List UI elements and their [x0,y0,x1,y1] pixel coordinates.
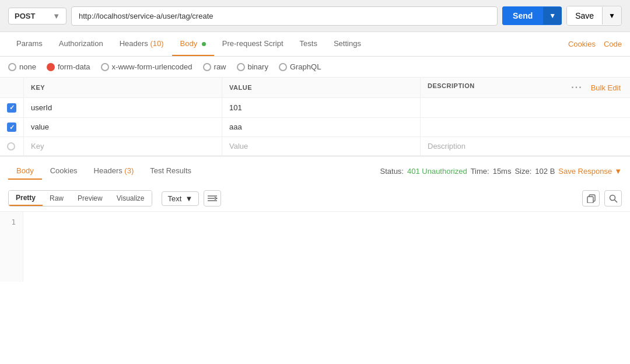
response-body: 1 [0,212,630,282]
row2-checkbox[interactable] [7,123,16,132]
radio-none-label: none [19,62,36,71]
placeholder-value[interactable]: Value [222,137,421,156]
col-description: DESCRIPTION ··· Bulk Edit [421,78,631,98]
params-table-container: KEY VALUE DESCRIPTION ··· Bulk Edit user… [0,78,630,156]
format-pretty[interactable]: Pretty [9,191,43,206]
send-button[interactable]: Send [502,6,543,25]
format-tabs: Pretty Raw Preview Visualize [8,190,152,206]
radio-graphql-circle [279,63,287,71]
svg-line-6 [614,200,617,202]
radio-form-data-circle [47,63,55,71]
save-response-label: Save Response [558,167,612,176]
code-link[interactable]: Code [604,40,622,48]
tab-settings[interactable]: Settings [326,32,369,56]
send-dropdown-arrow[interactable]: ▼ [543,7,562,24]
line-1: 1 [7,218,16,226]
radio-binary-label: binary [248,62,268,71]
response-header: Body Cookies Headers (3) Test Results St… [0,156,630,186]
cookies-link[interactable]: Cookies [568,40,596,48]
format-raw[interactable]: Raw [43,191,71,206]
response-tabs: Body Cookies Headers (3) Test Results [8,163,200,180]
row1-value[interactable]: 101 [222,98,421,118]
text-select-chevron: ▼ [185,194,192,203]
radio-urlencoded[interactable]: x-www-form-urlencoded [101,62,192,71]
row1-checkbox-cell[interactable] [0,98,24,118]
row1-checkbox[interactable] [7,103,16,113]
radio-raw-label: raw [214,62,226,71]
save-dropdown-arrow[interactable]: ▼ [602,7,621,24]
col-key: KEY [24,78,222,98]
row1-key[interactable]: userId [24,98,222,118]
radio-graphql-label: GraphQL [290,62,321,71]
bulk-edit-button[interactable]: Bulk Edit [589,83,623,92]
row2-key[interactable]: value [24,117,222,137]
row2-description[interactable] [421,117,631,137]
body-dot [202,42,206,46]
placeholder-checkbox-cell [0,137,24,156]
search-icon[interactable] [604,190,622,206]
format-visualize[interactable]: Visualize [110,191,152,206]
radio-binary-circle [237,63,245,71]
resp-tab-body[interactable]: Body [8,163,42,180]
radio-binary[interactable]: binary [237,62,268,71]
radio-raw[interactable]: raw [203,62,226,71]
format-preview[interactable]: Preview [71,191,110,206]
radio-none[interactable]: none [8,62,36,71]
placeholder-key[interactable]: Key [24,137,222,156]
placeholder-description[interactable]: Description [421,137,631,156]
size-value: 102 B [535,167,555,176]
radio-urlencoded-circle [101,63,109,71]
more-options-icon[interactable]: ··· [571,82,582,93]
wrap-icon[interactable] [204,190,221,206]
placeholder-radio [7,142,15,150]
tab-tests[interactable]: Tests [292,32,326,56]
table-row: userId 101 [0,98,630,118]
resp-headers-count: (3) [124,166,134,175]
resp-tab-cookies[interactable]: Cookies [42,163,86,180]
text-type-select[interactable]: Text ▼ [162,191,200,206]
request-tab-nav: Params Authorization Headers (10) Body P… [0,32,630,57]
col-desc-label: DESCRIPTION [428,82,475,89]
tab-params[interactable]: Params [8,32,51,56]
url-input[interactable] [71,6,498,26]
radio-form-data[interactable]: form-data [47,62,90,71]
resp-tab-headers[interactable]: Headers (3) [86,163,142,180]
svg-rect-4 [587,197,593,203]
save-button-group: Save ▼ [566,6,622,26]
response-meta: Status: 401 Unauthorized Time: 15ms Size… [380,167,622,176]
response-content[interactable] [23,212,630,282]
params-table: KEY VALUE DESCRIPTION ··· Bulk Edit user… [0,78,630,156]
save-button[interactable]: Save [567,6,602,25]
response-body-toolbar: Pretty Raw Preview Visualize Text ▼ [0,186,630,212]
method-chevron: ▼ [52,12,60,20]
resp-tab-test-results[interactable]: Test Results [142,163,200,180]
send-button-group: Send ▼ [502,6,562,25]
tab-headers[interactable]: Headers (10) [111,32,172,56]
time-value: 15ms [493,167,512,176]
line-numbers: 1 [0,212,23,282]
save-response-button[interactable]: Save Response ▼ [558,167,622,176]
time-label: Time: [471,167,489,176]
tab-prerequest[interactable]: Pre-request Script [214,32,292,56]
size-label: Size: [514,167,531,176]
table-row: value aaa [0,117,630,137]
method-label: POST [15,12,35,20]
status-label: Status: [380,167,404,176]
col-value: VALUE [222,78,421,98]
top-bar: POST ▼ Send ▼ Save ▼ [0,0,630,32]
tab-authorization[interactable]: Authorization [51,32,111,56]
tab-body[interactable]: Body [172,32,214,56]
radio-urlencoded-label: x-www-form-urlencoded [112,62,192,71]
radio-raw-circle [203,63,211,71]
row2-checkbox-cell[interactable] [0,117,24,137]
row2-value[interactable]: aaa [222,117,421,137]
tab-right-links: Cookies Code [568,40,622,48]
placeholder-row: Key Value Description [0,137,630,156]
radio-graphql[interactable]: GraphQL [279,62,321,71]
col-checkbox [0,78,24,98]
method-select[interactable]: POST ▼ [8,8,66,24]
status-value: 401 Unauthorized [407,167,467,176]
row1-description[interactable] [421,98,631,118]
copy-icon[interactable] [582,190,600,206]
body-type-selector: none form-data x-www-form-urlencoded raw… [0,57,630,78]
